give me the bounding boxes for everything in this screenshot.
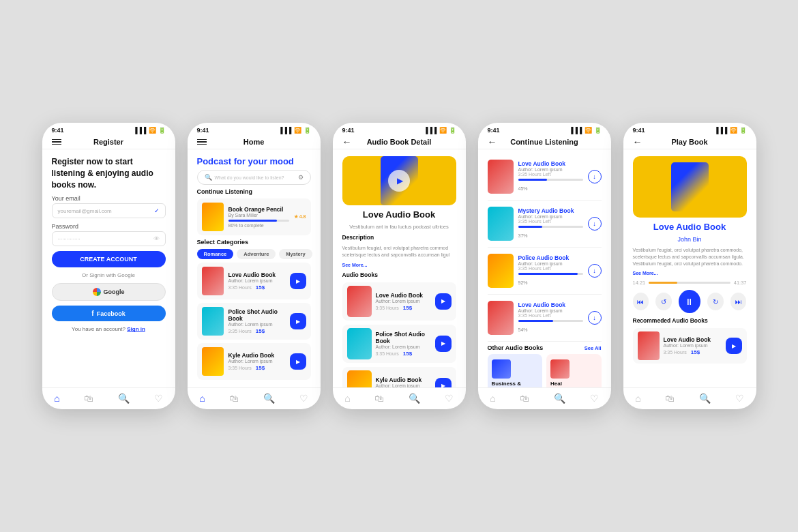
home-book-author-1: Author: Lorem ipsum <box>228 278 285 283</box>
back-arrow-5[interactable]: ← <box>633 136 642 147</box>
play-see-more[interactable]: See More... <box>633 271 747 276</box>
heart-icon-4[interactable]: ♡ <box>590 393 599 404</box>
pause-btn[interactable]: ⏸ <box>679 290 700 313</box>
email-label: Your email <box>52 195 166 202</box>
facebook-signin-button[interactable]: f Facebook <box>52 306 166 321</box>
search-icon-sm: 🔍 <box>205 174 212 181</box>
back15-btn[interactable]: ↺ <box>655 293 672 310</box>
play-btn-2[interactable] <box>290 313 306 329</box>
cat-mystery[interactable]: Mystery <box>279 249 312 259</box>
home-icon-4[interactable]: ⌂ <box>490 393 495 404</box>
download-icon-2[interactable]: ↓ <box>588 217 602 231</box>
category-cards-row: Business & Economy 500+ Audio Books Heal… <box>488 354 602 387</box>
see-more-3[interactable]: See More... <box>342 263 456 267</box>
search-bar[interactable]: 🔍 What do you would like to listen? ⚙ <box>197 170 311 185</box>
detail-play-btn-1[interactable] <box>435 293 452 310</box>
cont-prog-fill-2 <box>518 226 542 228</box>
eye-icon[interactable]: 👁 <box>153 235 160 242</box>
back-arrow-3[interactable]: ← <box>342 136 352 147</box>
fwd15-btn[interactable]: ↻ <box>707 293 724 310</box>
signin-link[interactable]: Sign in <box>127 326 145 332</box>
audio-books-label: Audio Books <box>342 271 456 278</box>
google-signin-button[interactable]: Google <box>52 283 166 301</box>
see-all-btn[interactable]: See All <box>585 345 602 351</box>
detail-book-author-2: Author: Lorem ipsum <box>376 344 431 349</box>
shop-icon[interactable]: 🛍 <box>84 393 93 404</box>
detail-thumb-1 <box>347 286 372 317</box>
heart-icon-5[interactable]: ♡ <box>735 393 744 404</box>
heart-icon-3[interactable]: ♡ <box>445 393 454 404</box>
cont-prog-1 <box>518 179 583 181</box>
download-icon-3[interactable]: ↓ <box>588 264 602 278</box>
play-time-total: 41:37 <box>734 280 747 286</box>
cont-thumb-1 <box>488 160 514 194</box>
continue-title: Continue Listening <box>510 138 578 146</box>
cont-book-4: Love Audio Book Author: Lorem ipsum 3:35… <box>488 297 602 338</box>
heal-cat-title: Heal <box>550 381 597 387</box>
cont-thumb-3 <box>488 254 514 288</box>
rewind-btn[interactable]: ⏮ <box>633 293 649 310</box>
play-progress-wrap[interactable] <box>649 282 730 284</box>
home-icon[interactable]: ⌂ <box>54 393 59 404</box>
home-book-thumb-1 <box>202 267 224 295</box>
hamburger-home-icon[interactable] <box>197 139 207 145</box>
cont-author-1: Author: Lorem ipsum <box>518 167 583 172</box>
search-icon-5[interactable]: 🔍 <box>699 393 711 404</box>
play-btn-1[interactable] <box>290 273 306 289</box>
detail-hours-1: 3:35 Hours <box>376 306 399 310</box>
rec-play-btn[interactable] <box>726 338 742 354</box>
home-icon-2[interactable]: ⌂ <box>199 393 205 404</box>
home-book-info-1: Love Audio Book Author: Lorem ipsum 3:35… <box>228 271 285 291</box>
search-icon-3[interactable]: 🔍 <box>409 393 420 404</box>
password-label: Password <box>52 223 166 230</box>
status-time-5: 9:41 <box>633 127 645 134</box>
download-icon-1[interactable]: ↓ <box>588 170 602 183</box>
cont-title-3: Police Audio Book <box>518 254 583 261</box>
cat-romance[interactable]: Romance <box>197 249 234 259</box>
wifi-icon: 🛜 <box>149 127 156 134</box>
cat-adventure[interactable]: Adventure <box>237 249 276 259</box>
email-field-group: Your email youremail@gmail.com ✓ <box>52 195 166 218</box>
heart-icon[interactable]: ♡ <box>154 393 163 404</box>
home-book-thumb-2 <box>202 307 224 336</box>
create-account-button[interactable]: CREATE ACCOUNT <box>52 251 166 267</box>
play-btn-3[interactable] <box>290 353 306 370</box>
shop-icon-4[interactable]: 🛍 <box>520 393 529 404</box>
play-time-current: 14:21 <box>633 280 646 286</box>
cont-book-3: Police Audio Book Author: Lorem ipsum 3:… <box>488 250 602 291</box>
cat-card-heal[interactable]: Heal 450+ <box>546 354 602 387</box>
cont-time-3: 3:35 Hours Left <box>518 266 583 271</box>
hamburger-icon[interactable] <box>52 139 61 145</box>
play-content: Love Audio Book John Bin Vestibulum feug… <box>623 149 756 387</box>
play-progress-row: 14:21 41:37 <box>633 280 747 286</box>
detail-play-btn-2[interactable] <box>435 336 452 352</box>
cont-book-1: Love Audio Book Author: Lorem ipsum 3:35… <box>488 156 602 197</box>
download-icon-4[interactable]: ↓ <box>588 311 602 325</box>
heart-icon-2[interactable]: ♡ <box>299 393 308 404</box>
banner-play-btn[interactable] <box>388 170 410 192</box>
home-icon-5[interactable]: ⌂ <box>635 393 640 404</box>
filter-icon[interactable]: ⚙ <box>298 174 304 181</box>
screens-container: 9:41 ▐▐▐ 🛜 🔋 Register Register now to st… <box>22 95 777 437</box>
forward-btn[interactable]: ⏭ <box>730 293 747 310</box>
home-icon-3[interactable]: ⌂ <box>344 393 350 404</box>
detail-play-btn-3[interactable] <box>435 378 452 387</box>
screen-continue: 9:41 ▐▐▐ 🛜 🔋 ← Continue Listening Love A… <box>478 123 611 409</box>
password-input[interactable]: ··············· 👁 <box>52 231 166 246</box>
screen-register: 9:41 ▐▐▐ 🛜 🔋 Register Register now to st… <box>42 123 175 409</box>
cont-title-4: Love Audio Book <box>518 301 583 308</box>
email-input[interactable]: youremail@gmail.com ✓ <box>52 203 166 218</box>
cat-card-business[interactable]: Business & Economy 500+ Audio Books <box>488 354 543 387</box>
shop-icon-2[interactable]: 🛍 <box>229 393 239 404</box>
continue-book-card: Book Orange Pencil By Sara Miller 80% to… <box>197 198 311 235</box>
or-text: Or Signin with Google <box>52 272 166 278</box>
continue-book-info: Book Orange Pencil By Sara Miller 80% to… <box>228 206 289 228</box>
search-icon-4[interactable]: 🔍 <box>554 393 565 404</box>
shop-icon-3[interactable]: 🛍 <box>374 393 384 404</box>
search-icon-2[interactable]: 🔍 <box>263 393 275 404</box>
signal-icon-5: ▐▐▐ <box>714 127 727 134</box>
search-placeholder: What do you would like to listen? <box>215 175 298 180</box>
search-icon[interactable]: 🔍 <box>118 393 130 404</box>
back-arrow-4[interactable]: ← <box>488 136 497 147</box>
shop-icon-5[interactable]: 🛍 <box>665 393 675 404</box>
